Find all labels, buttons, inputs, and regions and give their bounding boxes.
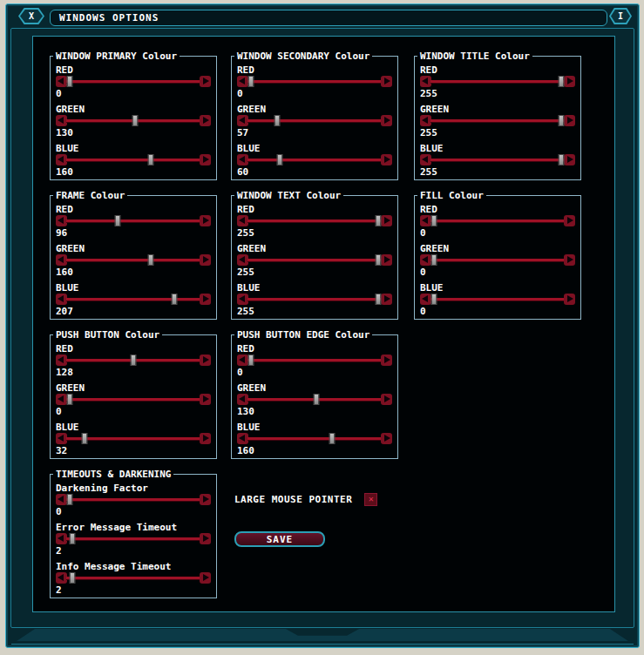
- slider-track[interactable]: [248, 115, 381, 126]
- slider-track[interactable]: [67, 215, 200, 226]
- slider-increment-arrow-icon[interactable]: [200, 215, 211, 226]
- slider-increment-arrow-icon[interactable]: [381, 115, 392, 126]
- slider-thumb[interactable]: [277, 154, 283, 165]
- slider-thumb[interactable]: [172, 294, 178, 305]
- slider-increment-arrow-icon[interactable]: [200, 115, 211, 126]
- slider-track[interactable]: [431, 215, 564, 226]
- slider[interactable]: [237, 294, 392, 305]
- slider-thumb[interactable]: [431, 215, 437, 226]
- slider-thumb[interactable]: [313, 394, 319, 405]
- slider-increment-arrow-icon[interactable]: [200, 533, 211, 544]
- slider-increment-arrow-icon[interactable]: [381, 254, 392, 266]
- slider[interactable]: [56, 494, 211, 505]
- slider-increment-arrow-icon[interactable]: [564, 254, 575, 266]
- slider[interactable]: [237, 433, 392, 444]
- slider-increment-arrow-icon[interactable]: [200, 494, 211, 505]
- slider-thumb[interactable]: [67, 494, 73, 505]
- slider-track[interactable]: [67, 494, 200, 505]
- slider-increment-arrow-icon[interactable]: [381, 394, 392, 405]
- large-mouse-pointer-checkbox[interactable]: ✕: [364, 493, 377, 506]
- slider-track[interactable]: [431, 254, 564, 266]
- slider[interactable]: [420, 215, 575, 226]
- slider-increment-arrow-icon[interactable]: [564, 294, 575, 305]
- slider-increment-arrow-icon[interactable]: [381, 76, 392, 87]
- slider[interactable]: [56, 433, 211, 444]
- slider-track[interactable]: [431, 294, 564, 305]
- slider-increment-arrow-icon[interactable]: [564, 215, 575, 226]
- slider-thumb[interactable]: [558, 154, 564, 165]
- slider-increment-arrow-icon[interactable]: [200, 433, 211, 444]
- slider-increment-arrow-icon[interactable]: [200, 294, 211, 305]
- slider-thumb[interactable]: [248, 76, 254, 87]
- slider-track[interactable]: [67, 533, 200, 544]
- slider[interactable]: [56, 394, 211, 405]
- slider-track[interactable]: [67, 294, 200, 305]
- slider-thumb[interactable]: [70, 572, 76, 584]
- slider-thumb[interactable]: [70, 533, 76, 544]
- slider-increment-arrow-icon[interactable]: [564, 76, 575, 87]
- slider-track[interactable]: [431, 115, 564, 126]
- slider-track[interactable]: [248, 433, 381, 444]
- slider-track[interactable]: [67, 76, 200, 87]
- slider-track[interactable]: [248, 394, 381, 405]
- slider[interactable]: [237, 355, 392, 366]
- slider-track[interactable]: [67, 355, 200, 366]
- slider[interactable]: [56, 355, 211, 366]
- slider-thumb[interactable]: [558, 76, 564, 87]
- slider-thumb[interactable]: [147, 154, 153, 165]
- slider-thumb[interactable]: [67, 394, 73, 405]
- slider-track[interactable]: [431, 154, 564, 165]
- slider-increment-arrow-icon[interactable]: [200, 394, 211, 405]
- slider[interactable]: [420, 76, 575, 87]
- slider-track[interactable]: [67, 254, 200, 266]
- slider-track[interactable]: [248, 254, 381, 266]
- slider-thumb[interactable]: [114, 215, 120, 226]
- title-bar[interactable]: WINDOWS OPTIONS: [50, 10, 607, 26]
- slider[interactable]: [237, 76, 392, 87]
- slider[interactable]: [56, 533, 211, 544]
- slider-increment-arrow-icon[interactable]: [200, 572, 211, 584]
- save-button[interactable]: SAVE: [234, 531, 325, 547]
- slider[interactable]: [420, 115, 575, 126]
- slider[interactable]: [56, 254, 211, 266]
- slider-thumb[interactable]: [558, 115, 564, 126]
- close-button[interactable]: X: [18, 8, 44, 24]
- slider-track[interactable]: [67, 115, 200, 126]
- slider-thumb[interactable]: [81, 433, 87, 444]
- slider[interactable]: [420, 254, 575, 266]
- slider-increment-arrow-icon[interactable]: [200, 154, 211, 165]
- slider-track[interactable]: [248, 215, 381, 226]
- slider-track[interactable]: [431, 76, 564, 87]
- slider-track[interactable]: [248, 294, 381, 305]
- slider[interactable]: [237, 394, 392, 405]
- slider-track[interactable]: [248, 355, 381, 366]
- slider-track[interactable]: [67, 433, 200, 444]
- slider[interactable]: [56, 115, 211, 126]
- slider[interactable]: [237, 115, 392, 126]
- slider-increment-arrow-icon[interactable]: [200, 355, 211, 366]
- slider-thumb[interactable]: [248, 355, 254, 366]
- slider-increment-arrow-icon[interactable]: [381, 355, 392, 366]
- slider[interactable]: [56, 294, 211, 305]
- slider[interactable]: [56, 154, 211, 165]
- slider-thumb[interactable]: [147, 254, 153, 266]
- slider-track[interactable]: [67, 154, 200, 165]
- slider-increment-arrow-icon[interactable]: [381, 294, 392, 305]
- slider[interactable]: [56, 76, 211, 87]
- slider-thumb[interactable]: [431, 254, 437, 266]
- slider-track[interactable]: [248, 76, 381, 87]
- slider-increment-arrow-icon[interactable]: [381, 154, 392, 165]
- slider-thumb[interactable]: [375, 294, 381, 305]
- slider-thumb[interactable]: [132, 115, 138, 126]
- slider-thumb[interactable]: [375, 254, 381, 266]
- info-button[interactable]: I: [609, 8, 632, 24]
- slider-thumb[interactable]: [329, 433, 335, 444]
- slider[interactable]: [420, 154, 575, 165]
- slider-thumb[interactable]: [431, 294, 437, 305]
- slider[interactable]: [237, 154, 392, 165]
- slider-thumb[interactable]: [131, 355, 137, 366]
- slider-increment-arrow-icon[interactable]: [564, 115, 575, 126]
- slider[interactable]: [56, 572, 211, 584]
- slider-thumb[interactable]: [275, 115, 281, 126]
- slider-increment-arrow-icon[interactable]: [381, 215, 392, 226]
